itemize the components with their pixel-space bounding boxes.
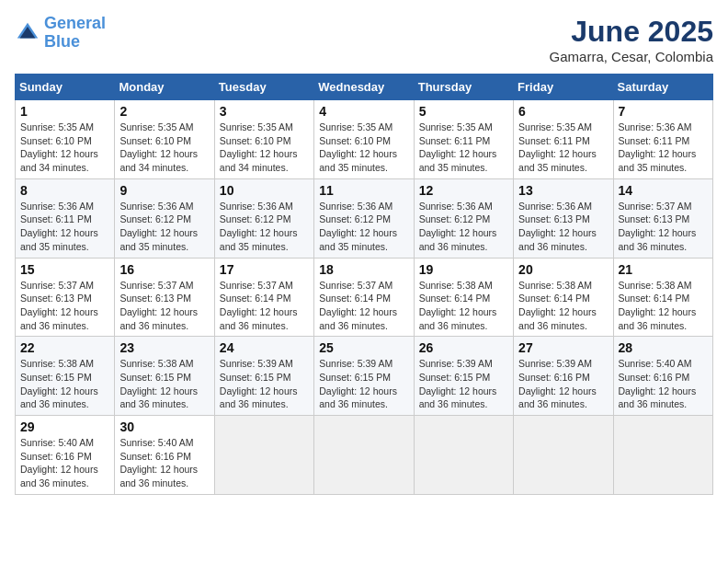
day-info: Sunrise: 5:35 AM Sunset: 6:11 PM Dayligh…: [518, 121, 608, 175]
day-info: Sunrise: 5:37 AM Sunset: 6:13 PM Dayligh…: [119, 279, 209, 333]
day-number: 1: [20, 104, 109, 119]
day-cell: 13Sunrise: 5:36 AM Sunset: 6:13 PM Dayli…: [514, 178, 613, 258]
day-info: Sunrise: 5:38 AM Sunset: 6:14 PM Dayligh…: [619, 279, 708, 333]
day-cell: 15Sunrise: 5:37 AM Sunset: 6:13 PM Dayli…: [16, 258, 115, 337]
day-cell: 21Sunrise: 5:38 AM Sunset: 6:14 PM Dayli…: [613, 258, 712, 337]
day-number: 8: [20, 183, 109, 198]
logo: General Blue: [15, 15, 106, 52]
day-cell: 14Sunrise: 5:37 AM Sunset: 6:13 PM Dayli…: [613, 178, 712, 258]
week-row-3: 15Sunrise: 5:37 AM Sunset: 6:13 PM Dayli…: [16, 258, 713, 337]
day-cell: 4Sunrise: 5:35 AM Sunset: 6:10 PM Daylig…: [314, 100, 414, 179]
day-number: 15: [20, 262, 109, 277]
day-cell: 16Sunrise: 5:37 AM Sunset: 6:13 PM Dayli…: [115, 258, 214, 337]
day-info: Sunrise: 5:37 AM Sunset: 6:14 PM Dayligh…: [220, 279, 309, 333]
day-info: Sunrise: 5:36 AM Sunset: 6:11 PM Dayligh…: [619, 121, 708, 175]
day-cell: 3Sunrise: 5:35 AM Sunset: 6:10 PM Daylig…: [214, 100, 313, 179]
day-number: 6: [518, 104, 608, 119]
day-cell: 10Sunrise: 5:36 AM Sunset: 6:12 PM Dayli…: [214, 178, 313, 258]
day-cell: 17Sunrise: 5:37 AM Sunset: 6:14 PM Dayli…: [214, 258, 313, 337]
day-number: 5: [419, 104, 508, 119]
col-header-monday: Monday: [115, 75, 214, 100]
day-number: 2: [119, 104, 209, 119]
header: General Blue June 2025 Gamarra, Cesar, C…: [15, 15, 713, 64]
day-cell: 30Sunrise: 5:40 AM Sunset: 6:16 PM Dayli…: [115, 416, 214, 495]
day-cell: 24Sunrise: 5:39 AM Sunset: 6:15 PM Dayli…: [214, 337, 313, 416]
week-row-1: 1Sunrise: 5:35 AM Sunset: 6:10 PM Daylig…: [16, 100, 713, 179]
day-cell: 2Sunrise: 5:35 AM Sunset: 6:10 PM Daylig…: [115, 100, 214, 179]
day-number: 30: [119, 419, 209, 434]
day-number: 7: [619, 104, 708, 119]
day-cell: 26Sunrise: 5:39 AM Sunset: 6:15 PM Dayli…: [414, 337, 513, 416]
day-info: Sunrise: 5:35 AM Sunset: 6:10 PM Dayligh…: [220, 121, 309, 175]
day-number: 13: [518, 183, 608, 198]
day-number: 23: [119, 340, 209, 355]
day-info: Sunrise: 5:40 AM Sunset: 6:16 PM Dayligh…: [119, 436, 209, 490]
header-row: SundayMondayTuesdayWednesdayThursdayFrid…: [16, 75, 713, 100]
day-cell: 22Sunrise: 5:38 AM Sunset: 6:15 PM Dayli…: [16, 337, 115, 416]
day-cell: 18Sunrise: 5:37 AM Sunset: 6:14 PM Dayli…: [314, 258, 414, 337]
day-info: Sunrise: 5:39 AM Sunset: 6:15 PM Dayligh…: [220, 357, 309, 411]
day-info: Sunrise: 5:36 AM Sunset: 6:11 PM Dayligh…: [20, 200, 109, 254]
day-cell: [314, 416, 414, 495]
day-cell: [414, 416, 513, 495]
day-number: 4: [319, 104, 408, 119]
day-number: 18: [319, 262, 408, 277]
day-info: Sunrise: 5:39 AM Sunset: 6:15 PM Dayligh…: [419, 357, 508, 411]
col-header-wednesday: Wednesday: [314, 75, 414, 100]
day-cell: 23Sunrise: 5:38 AM Sunset: 6:15 PM Dayli…: [115, 337, 214, 416]
day-info: Sunrise: 5:36 AM Sunset: 6:12 PM Dayligh…: [319, 200, 408, 254]
day-number: 9: [119, 183, 209, 198]
day-number: 22: [20, 340, 109, 355]
day-info: Sunrise: 5:39 AM Sunset: 6:16 PM Dayligh…: [518, 357, 608, 411]
day-cell: 12Sunrise: 5:36 AM Sunset: 6:12 PM Dayli…: [414, 178, 513, 258]
day-cell: 7Sunrise: 5:36 AM Sunset: 6:11 PM Daylig…: [613, 100, 712, 179]
day-info: Sunrise: 5:36 AM Sunset: 6:13 PM Dayligh…: [518, 200, 608, 254]
logo-icon: [15, 20, 40, 46]
day-info: Sunrise: 5:36 AM Sunset: 6:12 PM Dayligh…: [419, 200, 508, 254]
day-cell: [514, 416, 613, 495]
day-cell: 8Sunrise: 5:36 AM Sunset: 6:11 PM Daylig…: [16, 178, 115, 258]
day-cell: [214, 416, 313, 495]
day-number: 24: [220, 340, 309, 355]
day-info: Sunrise: 5:39 AM Sunset: 6:15 PM Dayligh…: [319, 357, 408, 411]
day-info: Sunrise: 5:38 AM Sunset: 6:14 PM Dayligh…: [518, 279, 608, 333]
calendar-table: SundayMondayTuesdayWednesdayThursdayFrid…: [15, 74, 713, 495]
day-cell: 1Sunrise: 5:35 AM Sunset: 6:10 PM Daylig…: [16, 100, 115, 179]
day-cell: 5Sunrise: 5:35 AM Sunset: 6:11 PM Daylig…: [414, 100, 513, 179]
day-info: Sunrise: 5:36 AM Sunset: 6:12 PM Dayligh…: [220, 200, 309, 254]
calendar-title: June 2025: [550, 15, 713, 49]
day-info: Sunrise: 5:35 AM Sunset: 6:10 PM Dayligh…: [319, 121, 408, 175]
day-number: 28: [619, 340, 708, 355]
day-info: Sunrise: 5:37 AM Sunset: 6:13 PM Dayligh…: [619, 200, 708, 254]
day-info: Sunrise: 5:37 AM Sunset: 6:14 PM Dayligh…: [319, 279, 408, 333]
day-number: 26: [419, 340, 508, 355]
day-info: Sunrise: 5:40 AM Sunset: 6:16 PM Dayligh…: [619, 357, 708, 411]
col-header-saturday: Saturday: [613, 75, 712, 100]
day-number: 21: [619, 262, 708, 277]
day-info: Sunrise: 5:36 AM Sunset: 6:12 PM Dayligh…: [119, 200, 209, 254]
day-cell: 20Sunrise: 5:38 AM Sunset: 6:14 PM Dayli…: [514, 258, 613, 337]
day-number: 14: [619, 183, 708, 198]
day-number: 27: [518, 340, 608, 355]
day-cell: 28Sunrise: 5:40 AM Sunset: 6:16 PM Dayli…: [613, 337, 712, 416]
week-row-2: 8Sunrise: 5:36 AM Sunset: 6:11 PM Daylig…: [16, 178, 713, 258]
day-number: 20: [518, 262, 608, 277]
day-info: Sunrise: 5:38 AM Sunset: 6:14 PM Dayligh…: [419, 279, 508, 333]
day-cell: 9Sunrise: 5:36 AM Sunset: 6:12 PM Daylig…: [115, 178, 214, 258]
day-cell: 6Sunrise: 5:35 AM Sunset: 6:11 PM Daylig…: [514, 100, 613, 179]
day-number: 12: [419, 183, 508, 198]
calendar-subtitle: Gamarra, Cesar, Colombia: [550, 49, 713, 64]
day-number: 3: [220, 104, 309, 119]
week-row-5: 29Sunrise: 5:40 AM Sunset: 6:16 PM Dayli…: [16, 416, 713, 495]
day-cell: 19Sunrise: 5:38 AM Sunset: 6:14 PM Dayli…: [414, 258, 513, 337]
day-number: 25: [319, 340, 408, 355]
day-info: Sunrise: 5:38 AM Sunset: 6:15 PM Dayligh…: [119, 357, 209, 411]
day-info: Sunrise: 5:35 AM Sunset: 6:10 PM Dayligh…: [119, 121, 209, 175]
col-header-tuesday: Tuesday: [214, 75, 313, 100]
day-cell: 27Sunrise: 5:39 AM Sunset: 6:16 PM Dayli…: [514, 337, 613, 416]
day-number: 16: [119, 262, 209, 277]
day-cell: [613, 416, 712, 495]
day-number: 17: [220, 262, 309, 277]
day-info: Sunrise: 5:37 AM Sunset: 6:13 PM Dayligh…: [20, 279, 109, 333]
day-number: 10: [220, 183, 309, 198]
